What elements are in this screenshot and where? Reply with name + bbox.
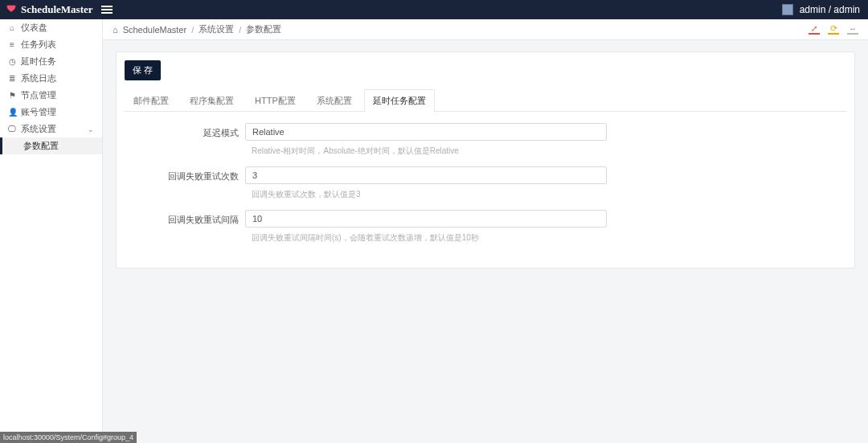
field-help-retrycount: 回调失败重试次数，默认值是3 [252, 189, 846, 200]
collapse-icon[interactable]: ↔ [847, 25, 858, 35]
tab-http[interactable]: HTTP配置 [246, 89, 305, 112]
nodes-icon: ⚑ [8, 91, 16, 100]
save-button[interactable]: 保 存 [125, 60, 161, 80]
sidebar-item-label: 延时任务 [21, 55, 56, 68]
breadcrumb-root[interactable]: ScheduleMaster [123, 25, 187, 35]
field-label-retryinterval: 回调失败重试间隔 [125, 210, 245, 226]
brand-text: ScheduleMaster [21, 3, 93, 16]
user-block[interactable]: admin / admin [782, 4, 860, 15]
user-label: admin / admin [800, 4, 860, 15]
sidebar: ⌂ 仪表盘 ≡ 任务列表 ◷ 延时任务 ≣ 系统日志 ⚑ 节点管理 👤 账号管理… [0, 19, 103, 432]
monitor-icon: 🖵 [8, 125, 16, 133]
field-help-retryinterval: 回调失败重试间隔时间(s)，会随着重试次数递增，默认值是10秒 [252, 232, 846, 244]
tab-system[interactable]: 系统配置 [308, 89, 361, 112]
sidebar-item-label: 仪表盘 [21, 22, 47, 34]
breadcrumb-level2: 参数配置 [246, 23, 281, 35]
brand: ScheduleMaster [5, 3, 93, 16]
tab-mail[interactable]: 邮件配置 [125, 89, 178, 112]
refresh-icon[interactable]: ⟳ [828, 25, 839, 35]
status-text: localhost:30000/System/Config#group_4 [3, 433, 133, 441]
config-tabs: 邮件配置 程序集配置 HTTP配置 系统配置 延时任务配置 [125, 88, 846, 112]
fullscreen-icon[interactable]: ⤢ [809, 25, 820, 35]
clock-icon: ◷ [8, 57, 16, 66]
chevron-down-icon: ⌄ [88, 125, 94, 133]
field-label-retrycount: 回调失败重试次数 [125, 166, 245, 183]
breadcrumb-sep: / [239, 25, 241, 35]
sidebar-item-nodes[interactable]: ⚑ 节点管理 [0, 87, 102, 104]
status-bar: localhost:30000/System/Config#group_4 [0, 432, 137, 443]
sidebar-item-accounts[interactable]: 👤 账号管理 [0, 104, 102, 121]
avatar [782, 4, 793, 15]
sidebar-item-label: 系统日志 [21, 72, 56, 84]
sidebar-item-delaytask[interactable]: ◷ 延时任务 [0, 53, 102, 70]
sidebar-item-syslog[interactable]: ≣ 系统日志 [0, 70, 102, 87]
sidebar-item-dashboard[interactable]: ⌂ 仪表盘 [0, 19, 102, 36]
sidebar-subitem-label: 参数配置 [23, 140, 59, 152]
user-icon: 👤 [8, 108, 16, 117]
sidebar-item-system-settings[interactable]: 🖵 系统设置 ⌄ [0, 121, 102, 137]
list-icon: ≡ [8, 40, 16, 49]
breadcrumb: ⌂ ScheduleMaster / 系统设置 / 参数配置 ⤢ ⟳ ↔ [103, 19, 868, 40]
sidebar-item-tasklist[interactable]: ≡ 任务列表 [0, 36, 102, 53]
config-panel: 保 存 邮件配置 程序集配置 HTTP配置 系统配置 延时任务配置 延迟模式 [116, 51, 855, 269]
tab-delaytask[interactable]: 延时任务配置 [364, 89, 435, 112]
home-icon: ⌂ [113, 25, 118, 35]
log-icon: ≣ [8, 74, 16, 83]
field-help-delaymode: Relative-相对时间，Absolute-绝对时间，默认值是Relative [252, 146, 846, 157]
breadcrumb-sep: / [191, 25, 194, 35]
menu-toggle-icon[interactable] [101, 6, 113, 14]
retrycount-input[interactable] [245, 166, 607, 184]
sidebar-item-label: 账号管理 [21, 106, 56, 118]
sidebar-item-label: 节点管理 [21, 89, 56, 101]
breadcrumb-level1[interactable]: 系统设置 [199, 23, 234, 35]
home-icon: ⌂ [8, 23, 16, 32]
sidebar-subitem-params[interactable]: 参数配置 [0, 137, 102, 154]
tab-assembly[interactable]: 程序集配置 [181, 89, 243, 112]
delaymode-input[interactable] [245, 123, 607, 141]
top-navbar: ScheduleMaster admin / admin [0, 0, 868, 19]
brand-logo-icon [5, 3, 18, 16]
sidebar-item-label: 系统设置 [21, 123, 56, 135]
sidebar-item-label: 任务列表 [21, 39, 56, 51]
retryinterval-input[interactable] [245, 210, 607, 228]
field-label-delaymode: 延迟模式 [125, 123, 245, 139]
